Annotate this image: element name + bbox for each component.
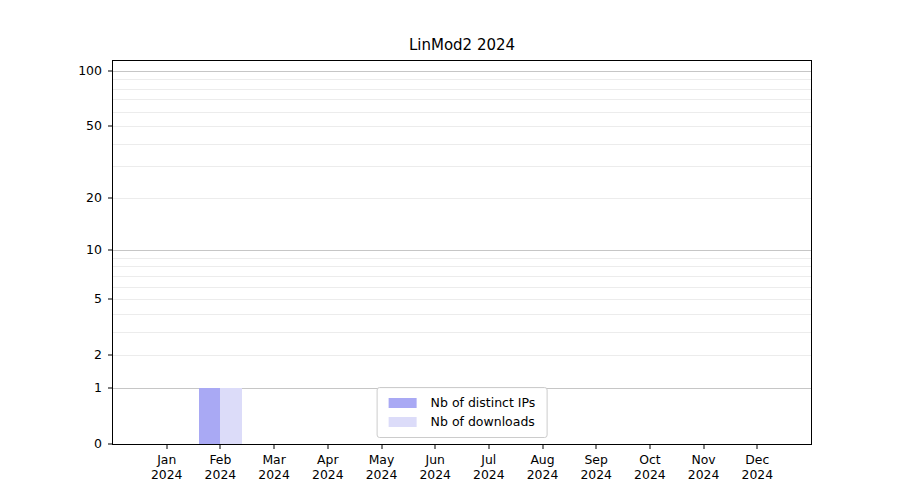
y-tick-label-0: 0	[0, 437, 102, 451]
x-tick-dec	[757, 445, 758, 449]
x-tick-nov	[703, 445, 704, 449]
y-tick-label-50: 50	[0, 119, 102, 133]
legend-label-distinct-ips: Nb of distinct IPs	[431, 396, 536, 410]
x-tick-label-dec-2024: Dec2024	[742, 452, 774, 482]
x-tick-may	[381, 445, 382, 449]
chart-title: LinMod2 2024	[112, 36, 812, 54]
x-tick-apr	[327, 445, 328, 449]
legend-label-downloads: Nb of downloads	[431, 415, 535, 429]
y-tick-20	[108, 197, 113, 198]
x-tick-label-jul-2024: Jul2024	[473, 452, 505, 482]
y-tick-label-10: 10	[0, 243, 102, 257]
legend-swatch-distinct-ips-icon	[389, 398, 417, 408]
x-tick-label-feb-2024: Feb2024	[205, 452, 237, 482]
chart-figure: LinMod2 2024 Nb of distinct IPs Nb of do…	[0, 0, 900, 500]
x-tick-jul	[488, 445, 489, 449]
y-tick-5	[108, 299, 113, 300]
y-tick-label-20: 20	[0, 191, 102, 205]
x-tick-mar	[274, 445, 275, 449]
x-tick-label-jun-2024: Jun2024	[419, 452, 451, 482]
y-tick-50	[108, 126, 113, 127]
y-tick-label-2: 2	[0, 348, 102, 362]
y-tick-10	[108, 250, 113, 251]
x-tick-sep	[596, 445, 597, 449]
y-tick-label-1: 1	[0, 381, 102, 395]
y-tick-label-5: 5	[0, 292, 102, 306]
bar-nb-of-distinct-ips-feb	[199, 388, 221, 444]
legend-item-downloads: Nb of downloads	[389, 415, 536, 429]
legend: Nb of distinct IPs Nb of downloads	[377, 387, 548, 438]
y-tick-label-100: 100	[0, 64, 102, 78]
x-tick-label-apr-2024: Apr2024	[312, 452, 344, 482]
x-tick-aug	[542, 445, 543, 449]
bar-nb-of-downloads-feb	[220, 388, 242, 444]
y-tick-1	[108, 387, 113, 388]
x-tick-jan	[166, 445, 167, 449]
x-tick-oct	[649, 445, 650, 449]
y-tick-2	[108, 355, 113, 356]
y-tick-100	[108, 70, 113, 71]
x-tick-label-sep-2024: Sep2024	[580, 452, 612, 482]
x-tick-jun	[435, 445, 436, 449]
x-tick-label-jan-2024: Jan2024	[151, 452, 183, 482]
x-tick-feb	[220, 445, 221, 449]
x-tick-label-nov-2024: Nov2024	[688, 452, 720, 482]
legend-swatch-downloads-icon	[389, 417, 417, 427]
x-tick-label-may-2024: May2024	[366, 452, 398, 482]
y-tick-0	[108, 444, 113, 445]
legend-item-distinct-ips: Nb of distinct IPs	[389, 396, 536, 410]
x-tick-label-aug-2024: Aug2024	[527, 452, 559, 482]
x-tick-label-mar-2024: Mar2024	[258, 452, 290, 482]
plot-area: Nb of distinct IPs Nb of downloads	[112, 60, 812, 445]
x-tick-label-oct-2024: Oct2024	[634, 452, 666, 482]
